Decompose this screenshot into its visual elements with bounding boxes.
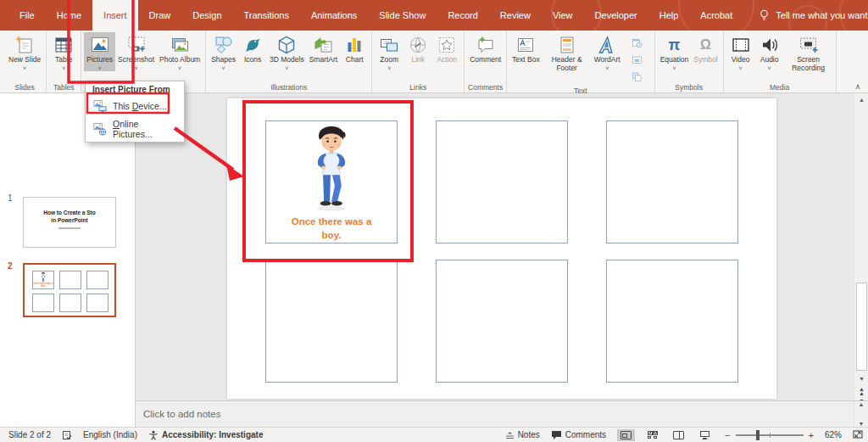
audio-icon (760, 34, 780, 56)
ribbon-group-media: Video˅Audio˅Screen RecordingMedia (724, 31, 837, 92)
ribbon-button-comment[interactable]: Comment (467, 32, 504, 64)
comments-toggle-button[interactable]: Comments (551, 430, 606, 439)
slide-box-6[interactable] (606, 260, 738, 383)
menu-item-this-device[interactable]: This Device... (86, 96, 184, 116)
slide-box-4[interactable] (265, 260, 398, 383)
tab-animations[interactable]: Animations (300, 0, 368, 31)
fit-slide-to-window-icon[interactable] (853, 429, 863, 441)
tab-developer[interactable]: Developer (584, 0, 648, 31)
ribbon-button-label: Photo Album (159, 56, 200, 64)
ribbon-button-3d-models[interactable]: 3D Models˅ (267, 32, 307, 71)
proofing-icon[interactable] (62, 430, 72, 440)
ribbon-button-shapes[interactable]: Shapes˅ (209, 32, 238, 71)
reading-view-icon (673, 431, 684, 439)
ribbon-button-video[interactable]: Video˅ (726, 32, 755, 71)
zoom-slider-handle[interactable] (756, 430, 760, 440)
scrollbar-thumb[interactable] (856, 283, 867, 371)
zoom-level[interactable]: 62% (825, 430, 842, 439)
tab-home[interactable]: Home (46, 0, 92, 31)
ribbon-button-screenshot[interactable]: Screenshot˅ (115, 32, 157, 71)
ribbon-button-label: Symbol (693, 56, 717, 64)
screenshot-icon (126, 34, 147, 56)
slide-sorter-button[interactable] (643, 429, 661, 441)
tab-draw[interactable]: Draw (138, 0, 182, 31)
tab-acrobat[interactable]: Acrobat (689, 0, 743, 31)
slide-box-2[interactable] (436, 120, 568, 243)
ribbon-button-audio[interactable]: Audio˅ (755, 32, 784, 71)
tab-help[interactable]: Help (648, 0, 690, 31)
ribbon-button-pictures[interactable]: Pictures˅ (84, 32, 115, 71)
ribbon-button-action[interactable]: Action (432, 32, 461, 64)
previous-slide-button[interactable]: ▲▲ (855, 387, 868, 397)
slide-thumbnail-panel: 1 How to Create a Sto in PowerPoint 2 On… (0, 93, 136, 427)
slide-number-icon[interactable] (632, 53, 643, 69)
ribbon-group-text: Text BoxHeader & FooterWordArt˅Text (507, 31, 655, 92)
ribbon-button-label: New Slide (8, 56, 41, 64)
notes-pane[interactable]: Click to add notes ▲▼ (136, 400, 868, 427)
slide-box-5[interactable] (436, 260, 568, 383)
tab-review[interactable]: Review (489, 0, 542, 31)
video-icon (731, 34, 751, 56)
tell-me-label: Tell me what you want to do (776, 10, 868, 20)
slideshow-button[interactable] (696, 429, 714, 441)
zoom-in-icon[interactable]: + (809, 430, 814, 440)
slide-box-1[interactable]: Once there was a boy. (265, 120, 398, 243)
slide-editing-area[interactable]: Once there was a boy. (136, 93, 854, 400)
slide-1-subtitle (58, 227, 81, 229)
ribbon-button-screen-recording[interactable]: Screen Recording (784, 32, 833, 73)
vertical-scrollbar[interactable]: ▲ ▼ ▲▲ ▼▼ (854, 93, 868, 400)
tab-design[interactable]: Design (181, 0, 232, 31)
notes-toggle-button[interactable]: Notes (505, 430, 540, 439)
tell-me-search[interactable]: Tell me what you want to do (759, 9, 868, 22)
tab-insert[interactable]: Insert (92, 0, 138, 31)
tab-record[interactable]: Record (437, 0, 488, 31)
accessibility-icon (148, 430, 159, 440)
ribbon-button-smartart[interactable]: SmartArt (307, 32, 341, 64)
language-indicator[interactable]: English (India) (83, 430, 137, 439)
normal-view-icon (620, 431, 632, 439)
slide-1-thumbnail[interactable]: How to Create a Sto in PowerPoint (23, 197, 116, 248)
boy-clipart (303, 126, 359, 213)
collapse-ribbon-button[interactable]: ∧ (851, 82, 865, 91)
accessibility-status[interactable]: Accessibility: Investigate (148, 430, 264, 440)
ribbon-button-equation[interactable]: πEquation˅ (658, 32, 692, 71)
ribbon-button-header-footer[interactable]: Header & Footer (542, 32, 592, 73)
ribbon-button-wordart[interactable]: WordArt˅ (592, 32, 623, 71)
ribbon-button-photo-album[interactable]: Photo Album˅ (157, 32, 203, 71)
tab-view[interactable]: View (542, 0, 584, 31)
ribbon-button-symbol[interactable]: ΩSymbol (691, 32, 720, 64)
scroll-down-icon[interactable]: ▼ (855, 373, 868, 385)
ribbon-button-new-slide[interactable]: New Slide˅ (6, 32, 43, 71)
comment-icon (476, 34, 496, 56)
scroll-up-icon[interactable]: ▲ (855, 94, 868, 106)
smartart-icon (312, 34, 334, 56)
date-time-icon[interactable] (632, 36, 643, 52)
ribbon-button-link[interactable]: Link (403, 32, 432, 64)
ribbon-button-insert-object-stack[interactable] (623, 32, 652, 86)
slide-caption[interactable]: Once there was a boy. (292, 215, 372, 243)
reading-view-button[interactable] (670, 429, 687, 441)
ribbon-button-icons[interactable]: Icons (238, 32, 267, 64)
slide-canvas[interactable]: Once there was a boy. (227, 98, 776, 399)
menu-item-online-pictures[interactable]: Online Pictures... (86, 116, 184, 142)
slide-2-thumbnail[interactable]: Once there was aboy. (23, 263, 116, 317)
object-icon[interactable] (632, 70, 643, 86)
tab-slide-show[interactable]: Slide Show (368, 0, 437, 31)
ribbon-button-table[interactable]: Table˅ (49, 32, 78, 71)
ribbon-button-zoom[interactable]: Zoom˅ (375, 32, 403, 71)
chevron-down-icon: ˅ (285, 65, 288, 71)
notes-icon (505, 431, 515, 439)
ribbon-button-label: Pictures (86, 56, 113, 64)
ribbon-button-label: Comment (470, 56, 501, 64)
slide-box-3[interactable] (606, 120, 738, 243)
ribbon-button-label: Text Box (512, 56, 540, 64)
zoom-out-icon[interactable]: − (725, 430, 730, 440)
online-pictures-icon (92, 121, 108, 137)
notes-scrollbar[interactable]: ▲▼ (854, 401, 868, 427)
zoom-slider[interactable] (736, 434, 804, 436)
ribbon-button-text-box[interactable]: Text Box (509, 32, 542, 64)
tab-transitions[interactable]: Transitions (233, 0, 300, 31)
normal-view-button[interactable] (617, 429, 635, 441)
ribbon-button-chart[interactable]: Chart (340, 32, 369, 64)
tab-file[interactable]: File (8, 0, 46, 31)
